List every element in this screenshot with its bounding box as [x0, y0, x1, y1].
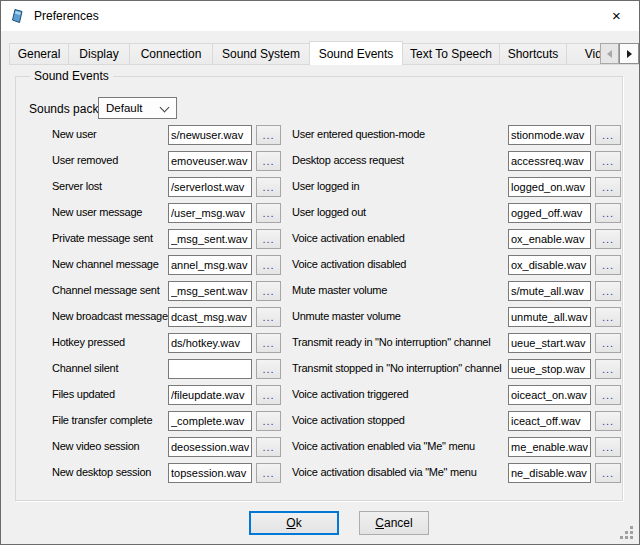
tab-label: Text To Speech: [410, 47, 492, 61]
sound-file-input[interactable]: [168, 307, 252, 327]
tab-scroll-right-button[interactable]: [619, 43, 639, 64]
window-title: Preferences: [34, 9, 99, 23]
close-button[interactable]: ×: [594, 1, 639, 30]
browse-button[interactable]: ...: [256, 463, 281, 483]
sound-file-input[interactable]: [508, 229, 591, 249]
sound-event-row: Server lost ...: [52, 177, 282, 197]
sound-event-label: Channel message sent: [52, 284, 160, 296]
sound-event-row: Voice activation disabled ...: [292, 255, 622, 275]
tab-display[interactable]: Display: [68, 43, 130, 64]
browse-button[interactable]: ...: [595, 151, 621, 171]
browse-button[interactable]: ...: [595, 125, 621, 145]
browse-button[interactable]: ...: [256, 385, 281, 405]
browse-button[interactable]: ...: [595, 177, 621, 197]
sound-file-input[interactable]: [508, 463, 591, 483]
sound-file-input[interactable]: [168, 437, 252, 457]
sound-file-input[interactable]: [508, 437, 591, 457]
sound-file-input[interactable]: [168, 359, 252, 379]
sound-file-input[interactable]: [508, 307, 591, 327]
browse-button[interactable]: ...: [256, 359, 281, 379]
sound-event-row: Transmit stopped in "No interruption" ch…: [292, 359, 622, 379]
cancel-button[interactable]: Cancel: [359, 511, 429, 535]
sound-file-input[interactable]: [168, 411, 252, 431]
sound-file-input[interactable]: [508, 385, 591, 405]
sound-file-input[interactable]: [508, 177, 591, 197]
sound-event-label: New user: [52, 128, 96, 140]
sound-file-input[interactable]: [168, 255, 252, 275]
tab-shortcuts[interactable]: Shortcuts: [499, 43, 567, 64]
ok-button[interactable]: Ok: [249, 511, 339, 535]
sound-event-label: User removed: [52, 154, 118, 166]
sound-event-label: File transfer complete: [52, 414, 152, 426]
sound-file-input[interactable]: [508, 151, 591, 171]
titlebar: Preferences ×: [1, 1, 639, 31]
tab-text-to-speech[interactable]: Text To Speech: [402, 43, 500, 64]
sound-event-row: New desktop session ...: [52, 463, 282, 483]
browse-button[interactable]: ...: [595, 333, 621, 353]
sound-event-label: Channel silent: [52, 362, 118, 374]
browse-button[interactable]: ...: [256, 177, 281, 197]
tab-bar: GeneralDisplayConnectionSound SystemSoun…: [9, 43, 640, 65]
sound-event-label: New broadcast message: [52, 310, 168, 322]
sound-file-input[interactable]: [508, 125, 591, 145]
browse-button[interactable]: ...: [256, 255, 281, 275]
tab-connection[interactable]: Connection: [129, 43, 213, 64]
tab-sound-events[interactable]: Sound Events: [309, 41, 403, 65]
browse-button[interactable]: ...: [595, 463, 621, 483]
browse-button[interactable]: ...: [595, 281, 621, 301]
tab-general[interactable]: General: [9, 43, 69, 64]
sound-event-label: User logged out: [292, 206, 366, 218]
sound-file-input[interactable]: [168, 125, 252, 145]
teamtalk-app-icon: [10, 8, 26, 24]
sound-event-label: Voice activation enabled: [292, 232, 405, 244]
browse-button[interactable]: ...: [595, 385, 621, 405]
browse-button[interactable]: ...: [256, 333, 281, 353]
browse-button[interactable]: ...: [256, 229, 281, 249]
sound-event-row: User removed ...: [52, 151, 282, 171]
sound-event-label: Voice activation enabled via "Me" menu: [292, 440, 475, 452]
browse-button[interactable]: ...: [256, 281, 281, 301]
browse-button[interactable]: ...: [595, 411, 621, 431]
sound-file-input[interactable]: [168, 203, 252, 223]
browse-button[interactable]: ...: [595, 255, 621, 275]
sound-file-input[interactable]: [508, 411, 591, 431]
sound-event-row: Channel silent ...: [52, 359, 282, 379]
tab-sound-system[interactable]: Sound System: [212, 43, 310, 64]
browse-button[interactable]: ...: [595, 359, 621, 379]
sound-event-label: Voice activation disabled via "Me" menu: [292, 466, 477, 478]
browse-button[interactable]: ...: [256, 203, 281, 223]
sound-event-label: User entered question-mode: [292, 128, 425, 140]
sound-file-input[interactable]: [168, 385, 252, 405]
tab-label: Display: [79, 47, 118, 61]
browse-button[interactable]: ...: [595, 307, 621, 327]
sound-event-row: User entered question-mode ...: [292, 125, 622, 145]
browse-button[interactable]: ...: [256, 125, 281, 145]
tab-label: Sound System: [222, 47, 300, 61]
sound-file-input[interactable]: [168, 333, 252, 353]
sound-file-input[interactable]: [168, 281, 252, 301]
sound-file-input[interactable]: [168, 229, 252, 249]
sound-file-input[interactable]: [168, 151, 252, 171]
sound-event-row: Voice activation enabled ...: [292, 229, 622, 249]
sounds-pack-select[interactable]: Default: [98, 97, 177, 119]
sound-file-input[interactable]: [508, 255, 591, 275]
resize-grip[interactable]: [620, 526, 633, 539]
browse-button[interactable]: ...: [256, 411, 281, 431]
sound-file-input[interactable]: [508, 359, 591, 379]
sound-file-input[interactable]: [168, 177, 252, 197]
sound-event-row: File transfer complete ...: [52, 411, 282, 431]
tab-scroll-left-button[interactable]: [600, 43, 619, 64]
sound-file-input[interactable]: [508, 203, 591, 223]
sound-file-input[interactable]: [168, 463, 252, 483]
sound-file-input[interactable]: [508, 281, 591, 301]
browse-button[interactable]: ...: [595, 229, 621, 249]
sound-file-input[interactable]: [508, 333, 591, 353]
browse-button[interactable]: ...: [256, 307, 281, 327]
browse-button[interactable]: ...: [595, 437, 621, 457]
browse-button[interactable]: ...: [595, 203, 621, 223]
sound-event-row: Hotkey pressed ...: [52, 333, 282, 353]
browse-button[interactable]: ...: [256, 151, 281, 171]
browse-button[interactable]: ...: [256, 437, 281, 457]
sound-event-label: Voice activation disabled: [292, 258, 406, 270]
groupbox-title: Sound Events: [30, 69, 113, 83]
